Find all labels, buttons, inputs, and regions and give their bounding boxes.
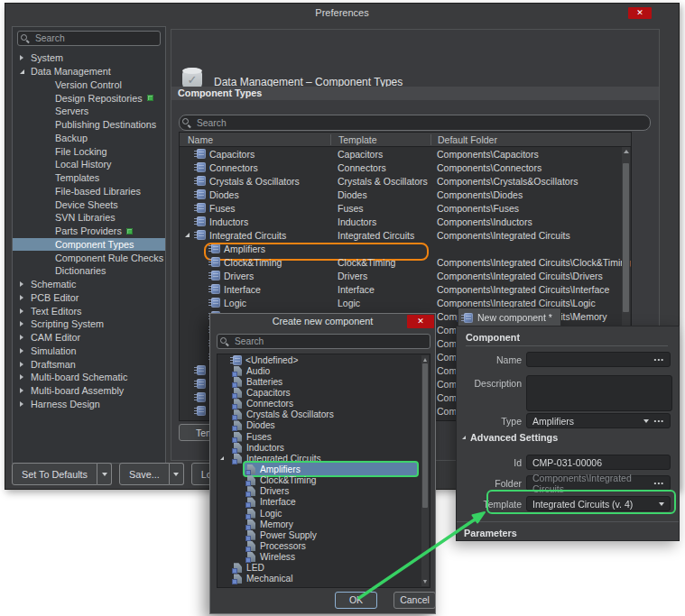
- table-row-drivers[interactable]: DriversDriversComponents\Integrated Circ…: [180, 269, 631, 282]
- sidebar-item-simulation[interactable]: Simulation: [13, 345, 165, 358]
- collapse-icon[interactable]: [185, 233, 190, 237]
- dialog-close-button[interactable]: ✕: [407, 315, 434, 328]
- expand-icon[interactable]: [20, 335, 23, 340]
- cell-default-folder: Components\Integrated Circuits\Interface: [430, 284, 631, 295]
- expand-icon[interactable]: [20, 308, 23, 314]
- scrollbar-thumb[interactable]: [623, 163, 629, 312]
- template-dropdown[interactable]: Integrated Circuits (v. 4): [526, 496, 671, 511]
- table-row-amplifiers[interactable]: Amplifiers: [180, 242, 631, 255]
- sidebar-item-scripting-system[interactable]: Scripting System: [13, 317, 165, 331]
- description-field[interactable]: [526, 375, 672, 411]
- sidebar-item-component-types[interactable]: Component Types: [13, 238, 165, 252]
- scroll-up-icon[interactable]: [624, 150, 629, 153]
- ellipsis-icon[interactable]: •••: [654, 479, 664, 487]
- sidebar-item-label: Backup: [55, 133, 88, 143]
- name-field[interactable]: •••: [526, 352, 671, 367]
- ok-button[interactable]: OK: [335, 592, 377, 609]
- expand-icon[interactable]: [20, 295, 23, 300]
- expand-icon[interactable]: [20, 362, 23, 367]
- template-label: Template: [457, 499, 522, 510]
- table-row-inductors[interactable]: InductorsInductorsComponents\Inductors: [180, 215, 631, 228]
- ellipsis-icon[interactable]: •••: [654, 417, 664, 425]
- chevron-down-icon[interactable]: [659, 502, 664, 506]
- sidebar-item-schematic[interactable]: Schematic: [13, 278, 165, 291]
- dialog-tree-scrollbar[interactable]: [421, 355, 429, 586]
- sidebar-item-label: Component Types: [55, 239, 134, 250]
- sidebar-item-cam-editor[interactable]: CAM Editor: [13, 331, 165, 345]
- expand-icon[interactable]: [20, 388, 23, 393]
- folder-field[interactable]: Components\Integrated Circuits •••: [526, 475, 671, 491]
- dialog-search-input[interactable]: Search: [217, 334, 430, 349]
- column-header-name[interactable]: Name: [180, 134, 330, 145]
- chevron-down-icon[interactable]: [643, 419, 649, 423]
- table-row-capacitors[interactable]: CapacitorsCapacitorsComponents\Capacitor…: [180, 147, 631, 161]
- table-row-interface[interactable]: InterfaceInterfaceComponents\Integrated …: [180, 282, 631, 296]
- table-row-clock-timing[interactable]: Clock&TimingClock&TimingComponents\Integ…: [180, 255, 631, 269]
- table-header: Name Template Default Folder: [180, 133, 631, 147]
- save-dropdown-button[interactable]: [170, 463, 184, 485]
- collapse-icon[interactable]: [20, 69, 24, 74]
- sidebar-item-component-rule-checks[interactable]: Component Rule Checks: [13, 251, 165, 264]
- advanced-settings-header[interactable]: Advanced Settings: [462, 432, 558, 443]
- set-to-defaults-dropdown-button[interactable]: [97, 463, 112, 485]
- sidebar-item-system[interactable]: System: [13, 51, 165, 65]
- component-types-search-input[interactable]: Search: [179, 115, 651, 131]
- row-name-label: Diodes: [209, 189, 239, 200]
- cell-template: Connectors: [330, 162, 430, 173]
- type-dropdown[interactable]: Amplifiers •••: [526, 413, 671, 428]
- id-field[interactable]: CMP-031-00006: [526, 455, 671, 470]
- row-name-label: Drivers: [224, 271, 254, 281]
- sidebar-item-draftsman[interactable]: Draftsman: [13, 357, 165, 371]
- sidebar-item-label: CAM Editor: [31, 332, 80, 343]
- sidebar-item-harness-design[interactable]: Harness Design: [13, 398, 165, 411]
- sidebar-item-dictionaries[interactable]: Dictionaries: [13, 264, 165, 278]
- collapse-icon[interactable]: [220, 456, 224, 460]
- cancel-button[interactable]: Cancel: [393, 592, 436, 609]
- close-button[interactable]: ✕: [628, 7, 652, 19]
- scroll-down-icon[interactable]: [423, 580, 427, 584]
- sidebar-item-design-repositories[interactable]: Design Repositories: [13, 91, 165, 105]
- chevron-down-icon: [102, 473, 107, 476]
- set-to-defaults-button[interactable]: Set To Defaults: [12, 463, 97, 485]
- sidebar-item-servers[interactable]: Servers: [13, 105, 165, 118]
- sidebar-item-device-sheets[interactable]: Device Sheets: [13, 198, 165, 211]
- expand-icon[interactable]: [20, 55, 23, 60]
- column-header-default-folder[interactable]: Default Folder: [430, 134, 631, 145]
- scroll-up-icon[interactable]: [423, 358, 427, 362]
- sidebar-item-multi-board-schematic[interactable]: Multi-board Schematic: [13, 371, 165, 384]
- sidebar-item-version-control[interactable]: Version Control: [13, 78, 165, 92]
- table-row-integrated-circuits[interactable]: Integrated CircuitsIntegrated CircuitsCo…: [180, 228, 631, 242]
- sidebar-item-label: Dictionaries: [55, 265, 106, 276]
- scrollbar-thumb[interactable]: [422, 363, 428, 508]
- expand-icon[interactable]: [20, 401, 23, 407]
- expand-icon[interactable]: [20, 281, 23, 287]
- sidebar-item-templates[interactable]: Templates: [13, 171, 165, 185]
- expand-icon[interactable]: [20, 348, 23, 354]
- table-row-connectors[interactable]: ConnectorsConnectorsComponents\Connector…: [180, 161, 631, 174]
- sidebar-item-pcb-editor[interactable]: PCB Editor: [13, 291, 165, 305]
- sidebar-item-backup[interactable]: Backup: [13, 132, 165, 145]
- sidebar-item-file-locking[interactable]: File Locking: [13, 144, 165, 158]
- category-icon: [233, 574, 243, 584]
- cell-default-folder: Components\Inductors: [430, 216, 631, 227]
- sidebar-item-text-editors[interactable]: Text Editors: [13, 304, 165, 317]
- sidebar-item-svn-libraries[interactable]: SVN Libraries: [13, 211, 165, 225]
- sidebar-search-input[interactable]: Search: [17, 31, 161, 46]
- table-row-diodes[interactable]: DiodesDiodesComponents\Diodes: [180, 188, 631, 201]
- sidebar-item-multi-board-assembly[interactable]: Multi-board Assembly: [13, 384, 165, 398]
- sidebar-item-parts-providers[interactable]: Parts Providers: [13, 225, 165, 238]
- table-row-fuses[interactable]: FusesFusesComponents\Fuses: [180, 201, 631, 215]
- sidebar-item-data-management[interactable]: Data Management: [13, 65, 165, 78]
- ellipsis-icon[interactable]: •••: [654, 355, 664, 363]
- tree-item-mechanical[interactable]: Mechanical: [218, 574, 430, 584]
- save-button[interactable]: Save...: [119, 463, 170, 485]
- new-component-panel: New component * Component Name ••• Descr…: [456, 308, 680, 541]
- sidebar-item-file-based-libraries[interactable]: File-based Libraries: [13, 185, 165, 198]
- sidebar-item-local-history[interactable]: Local History: [13, 158, 165, 171]
- column-header-template[interactable]: Template: [330, 134, 430, 145]
- expand-icon[interactable]: [20, 374, 23, 380]
- table-row-crystals-oscillators[interactable]: Crystals & OscillatorsCrystals & Oscilla…: [180, 174, 631, 188]
- expand-icon[interactable]: [20, 321, 23, 326]
- sidebar-item-publishing-destinations[interactable]: Publishing Destinations: [13, 118, 165, 132]
- new-component-tab[interactable]: New component *: [458, 308, 561, 326]
